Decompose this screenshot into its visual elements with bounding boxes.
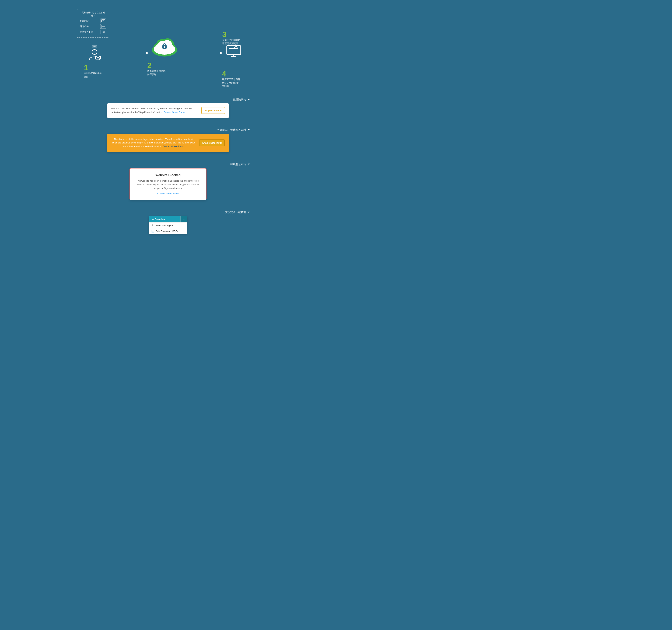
blocked-contact-link[interactable]: Contact Green Radar [157,192,179,195]
threat-label-2: 惡意軟件 [80,25,89,28]
download-safe-option[interactable]: 📄 Safe Download (PDF) [149,228,187,234]
blocked-block: 封鎖惡意網站 ▼ Website Blocked This website ha… [82,163,254,200]
suspicious-contact-link[interactable]: Contact Green Radar [163,145,185,148]
low-risk-card-text: This is a "Low Risk" website and is prot… [111,107,198,114]
suspicious-label: 可疑網站：禁止輸入資料 [217,128,246,131]
download-original-icon: ⬇ [151,224,153,227]
monitor-person-icon [226,45,241,58]
step4-user [226,45,241,59]
threat-box-title: 電郵連結中可存在以下威脅： [80,11,106,17]
low-risk-arrow-icon: ▼ [247,98,250,101]
download-dropdown-button[interactable]: ▼ [181,216,187,222]
download-btn-row: ⬇ Download ▼ [149,216,187,222]
step3-number: 3 [222,30,226,39]
suspicious-header: 可疑網站：禁止輸入資料 ▼ [82,128,254,131]
svg-rect-26 [164,47,165,48]
threat-item-2: 惡意軟件 [80,24,106,29]
step1-number: 1 [84,63,88,72]
threat-item-3: 惡意文件下載 [80,30,106,34]
step4-number: 4 [222,70,226,78]
arrow-1 [107,52,149,54]
svg-point-8 [102,31,104,33]
blocked-card: Website Blocked This website has been id… [129,168,207,200]
enable-data-button[interactable]: Enable Data Input [199,140,225,146]
www-badge: www [92,45,97,48]
step3-area: 3 發送安全的網頁內 容至用戶瀏覽器 [222,31,240,45]
threat-label-1: 釣魚網站 [80,19,89,22]
suspicious-block: 可疑網站：禁止輸入資料 ▼ The risk level of this web… [82,128,254,152]
download-block: 支援安全下載功能 ▼ ⬇ Download ▼ ⬇ Download Origi… [82,211,254,234]
step2-number: 2 [147,61,151,70]
step1-area: www 1 用戶點擊電郵中的 連結 [83,45,106,78]
blocked-body-text: This website has been identified as susp… [135,179,201,190]
infographic-wrapper: 電郵連結中可存在以下威脅： 釣魚網站 LOG IN 惡意軟件 [73,7,284,98]
step1-desc: 用戶點擊電郵中的 連結 [84,72,106,78]
blocked-title: Website Blocked [135,173,201,177]
download-arrow-icon: ▼ [247,211,250,214]
svg-point-10 [103,31,104,32]
threat-icon-3 [100,30,106,34]
suspicious-card: The risk level of this website is yet to… [107,134,229,152]
download-header: 支援安全下載功能 ▼ [82,211,254,214]
threat-item-1: 釣魚網站 LOG IN [80,19,106,23]
person-icon [88,48,101,61]
step2-desc: 將有害網頁內容隔 離至雲端 [147,69,184,76]
download-safe-icon: 📄 [151,230,154,233]
blocked-header: 封鎖惡意網站 ▼ [82,163,254,166]
features-section: 低風險網站 ▼ This is a "Low Risk" website and… [72,98,264,259]
step3-desc: 發送安全的網頁內 容至用戶瀏覽器 [222,38,240,45]
threat-label-3: 惡意文件下載 [80,31,93,33]
step1-icons: www [88,45,101,62]
svg-point-12 [92,49,97,54]
suspicious-arrow-icon: ▼ [247,128,250,131]
arrow-2 [185,52,223,54]
threat-box: 電郵連結中可存在以下威脅： 釣魚網站 LOG IN 惡意軟件 [77,9,110,38]
download-label: 支援安全下載功能 [225,211,246,214]
step4-area: 4 用戶可正常地瀏覽 網頁，用戶體驗不 受影響 [222,70,240,88]
threat-icon-2 [100,24,106,29]
step4-desc: 用戶可正常地瀏覽 網頁，用戶體驗不 受影響 [222,78,240,88]
step1-label: 1 用戶點擊電郵中的 連結 [83,64,106,78]
blocked-label: 封鎖惡意網站 [230,163,246,166]
main-container: 電郵連結中可存在以下威脅： 釣魚網站 LOG IN 惡意軟件 [0,0,336,315]
suspicious-card-text: The risk level of this website is yet to… [111,138,196,148]
threat-icon-1: LOG IN [100,19,106,23]
cloud-center: grIsolation 2 將有害網頁內容隔 離至雲端 [145,35,184,76]
infographic-section: 電郵連結中可存在以下威脅： 釣魚網站 LOG IN 惡意軟件 [63,7,273,98]
low-risk-contact-link[interactable]: Contact Green Radar [164,111,185,114]
svg-point-33 [235,46,237,49]
download-icon: ⬇ [152,218,155,221]
low-risk-card: This is a "Low Risk" website and is prot… [107,103,229,118]
download-main-button[interactable]: ⬇ Download [149,216,181,222]
svg-text:IN: IN [102,21,103,22]
skip-protection-button[interactable]: Skip Protection [201,107,225,114]
step2-label: 2 將有害網頁內容隔 離至雲端 [145,62,184,76]
cloud-svg [149,35,180,58]
svg-point-9 [103,31,103,32]
low-risk-label: 低風險網站 [233,98,246,101]
blocked-arrow-icon: ▼ [247,163,250,166]
download-original-option[interactable]: ⬇ Download Original [149,222,187,228]
low-risk-block: 低風險網站 ▼ This is a "Low Risk" website and… [82,98,254,118]
low-risk-header: 低風險網站 ▼ [82,98,254,101]
download-widget: ⬇ Download ▼ ⬇ Download Original 📄 Safe … [149,216,187,234]
